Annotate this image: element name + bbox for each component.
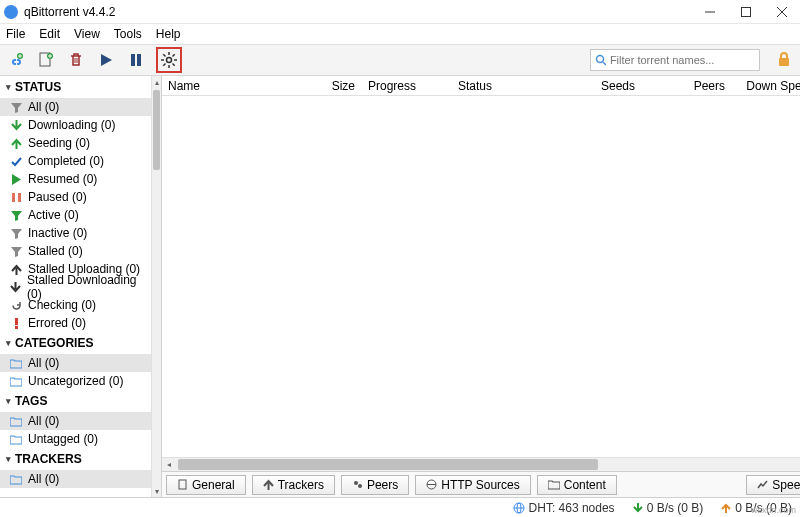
svg-line-19: [603, 62, 606, 65]
sidebar-item[interactable]: Completed (0): [0, 152, 151, 170]
up-icon: [10, 264, 22, 275]
folder-icon: [10, 434, 22, 445]
delete-button[interactable]: [66, 50, 86, 70]
status-dht[interactable]: DHT: 463 nodes: [513, 501, 615, 515]
chevron-down-icon: ▾: [6, 396, 11, 406]
tab-content[interactable]: Content: [537, 475, 617, 495]
svg-point-26: [354, 481, 358, 485]
column-header[interactable]: Progress: [362, 79, 452, 93]
sidebar-item-label: Stalled (0): [28, 244, 83, 258]
folder-icon: [10, 358, 22, 369]
svg-rect-20: [779, 58, 789, 66]
section-tags[interactable]: ▾TAGS: [0, 390, 151, 412]
sidebar-item-label: All (0): [28, 356, 59, 370]
chevron-down-icon: ▾: [6, 82, 11, 92]
sidebar-item-label: Completed (0): [28, 154, 104, 168]
tab-peers[interactable]: Peers: [341, 475, 409, 495]
chevron-down-icon: ▾: [6, 454, 11, 464]
sidebar-item[interactable]: Untagged (0): [0, 430, 151, 448]
sidebar-item[interactable]: Stalled (0): [0, 242, 151, 260]
peers-icon: [352, 479, 363, 490]
maximize-button[interactable]: [740, 6, 752, 18]
sidebar-item-label: Inactive (0): [28, 226, 87, 240]
sidebar-item[interactable]: All (0): [0, 98, 151, 116]
svg-line-14: [163, 54, 165, 56]
tab-trackers[interactable]: Trackers: [252, 475, 335, 495]
add-file-button[interactable]: [36, 50, 56, 70]
section-trackers[interactable]: ▾TRACKERS: [0, 448, 151, 470]
section-status[interactable]: ▾STATUS: [0, 76, 151, 98]
sidebar-item-label: Uncategorized (0): [28, 374, 123, 388]
app-icon: [4, 5, 18, 19]
menu-file[interactable]: File: [6, 27, 25, 41]
sidebar-item[interactable]: Active (0): [0, 206, 151, 224]
close-button[interactable]: [776, 6, 788, 18]
sidebar-item-label: Untagged (0): [28, 432, 98, 446]
menu-help[interactable]: Help: [156, 27, 181, 41]
sidebar-item[interactable]: Errored (0): [0, 314, 151, 332]
minimize-button[interactable]: [704, 6, 716, 18]
svg-rect-24: [15, 326, 18, 329]
sidebar-item[interactable]: Downloading (0): [0, 116, 151, 134]
menu-view[interactable]: View: [74, 27, 100, 41]
menu-tools[interactable]: Tools: [114, 27, 142, 41]
sidebar-item[interactable]: Stalled Downloading (0): [0, 278, 151, 296]
column-header[interactable]: Peers: [642, 79, 732, 93]
resume-button[interactable]: [96, 50, 116, 70]
sidebar-item[interactable]: Paused (0): [0, 188, 151, 206]
torrent-list[interactable]: [162, 96, 800, 457]
status-download[interactable]: 0 B/s (0 B): [633, 501, 704, 515]
tab-general[interactable]: General: [166, 475, 246, 495]
add-link-button[interactable]: [6, 50, 26, 70]
up-arrow-icon: [721, 503, 731, 513]
check-icon: [10, 156, 22, 167]
svg-line-15: [173, 64, 175, 66]
column-header[interactable]: Size: [312, 79, 362, 93]
filter-icon: [10, 246, 22, 257]
sidebar-item[interactable]: All (0): [0, 412, 151, 430]
sidebar-item-label: Errored (0): [28, 316, 86, 330]
statusbar: DHT: 463 nodes 0 B/s (0 B) 0 B/s (0 B): [0, 497, 800, 517]
column-header[interactable]: Name: [162, 79, 312, 93]
sidebar-item[interactable]: Seeding (0): [0, 134, 151, 152]
chart-icon: [757, 479, 768, 490]
toolbar: [0, 44, 800, 76]
column-header[interactable]: Seeds: [572, 79, 642, 93]
doc-icon: [177, 479, 188, 490]
sidebar-item-label: Active (0): [28, 208, 79, 222]
sidebar-scrollbar[interactable]: ▴ ▾: [151, 76, 161, 497]
column-header[interactable]: Down Speed: [732, 79, 800, 93]
tab-http-sources[interactable]: HTTP Sources: [415, 475, 530, 495]
sidebar-item-label: Checking (0): [28, 298, 96, 312]
down-arrow-icon: [633, 503, 643, 513]
sidebar-item[interactable]: Uncategorized (0): [0, 372, 151, 390]
pause-button[interactable]: [126, 50, 146, 70]
sidebar-item[interactable]: All (0): [0, 470, 151, 488]
svg-line-17: [163, 64, 165, 66]
column-header[interactable]: Status: [452, 79, 572, 93]
sidebar-item-label: Seeding (0): [28, 136, 90, 150]
svg-rect-8: [137, 54, 141, 66]
sidebar-item[interactable]: Resumed (0): [0, 170, 151, 188]
filter-icon: [10, 102, 22, 113]
up-icon: [10, 138, 22, 149]
globe-icon: [426, 479, 437, 490]
reload-icon: [10, 300, 22, 311]
play-icon: [10, 174, 22, 185]
tab-speed[interactable]: Speed: [746, 475, 800, 495]
up-icon: [263, 479, 274, 490]
window-title: qBittorrent v4.4.2: [24, 5, 704, 19]
error-icon: [10, 318, 22, 329]
section-categories[interactable]: ▾CATEGORIES: [0, 332, 151, 354]
menu-edit[interactable]: Edit: [39, 27, 60, 41]
horizontal-scrollbar[interactable]: ◂ ▸: [162, 457, 800, 471]
down-icon: [10, 120, 22, 131]
search-box[interactable]: [590, 49, 760, 71]
sidebar-item[interactable]: All (0): [0, 354, 151, 372]
sidebar-item[interactable]: Inactive (0): [0, 224, 151, 242]
search-input[interactable]: [610, 54, 755, 66]
globe-icon: [513, 502, 525, 514]
lock-button[interactable]: [776, 51, 794, 69]
settings-button[interactable]: [156, 47, 182, 73]
down-icon: [10, 282, 21, 293]
